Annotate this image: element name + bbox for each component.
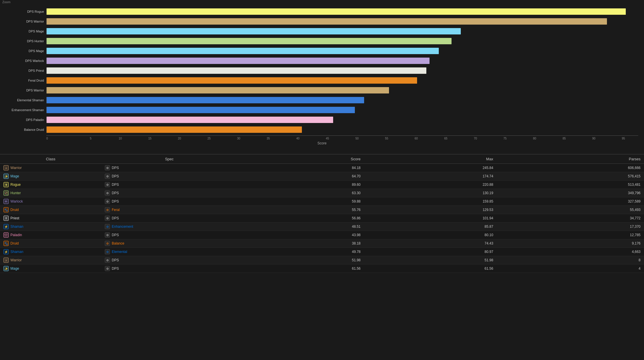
td-max: 80.10 [364, 231, 497, 239]
bar-row: DPS Paladin [6, 115, 638, 124]
td-parses: 327,589 [497, 197, 644, 206]
table-row[interactable]: ⚔Warrior⚙DPS84.18245.84606,666 [0, 164, 644, 172]
spec-name: DPS [112, 216, 119, 220]
table-row[interactable]: 🐾Druid⚙Feral55.76129.5355,493 [0, 206, 644, 214]
x-axis-tick: 70 [461, 137, 490, 140]
bar-track [46, 38, 638, 44]
class-name: Rogue [10, 183, 21, 187]
bar-row: DPS Priest [6, 66, 638, 75]
class-name: Shaman [10, 225, 23, 229]
spec-icon: ⚙ [105, 266, 110, 271]
td-max: 61.56 [364, 265, 497, 273]
x-axis-tick: 5 [76, 137, 105, 140]
table-row[interactable]: ⚔Warrior⚙DPS51.9851.988 [0, 256, 644, 265]
spec-name: DPS [112, 166, 119, 170]
td-class: 🏹Hunter [0, 189, 101, 197]
bar-track [46, 87, 638, 93]
td-score: 38.18 [237, 239, 364, 248]
td-max: 101.94 [364, 214, 497, 223]
td-max: 51.98 [364, 256, 497, 265]
x-axis-label: Score [6, 141, 638, 145]
table-row[interactable]: ✝Priest⚙DPS56.86101.9434,772 [0, 214, 644, 223]
bar-track [46, 97, 638, 103]
table-row[interactable]: ✨Mage⚙DPS61.5661.564 [0, 265, 644, 273]
table-row[interactable]: ✨Mage⚙DPS64.70174.74576,415 [0, 172, 644, 181]
spec-name: Feral [112, 208, 120, 212]
td-spec: ⚙Balance [101, 239, 237, 248]
bar-fill [47, 126, 302, 133]
class-icon: ⚔ [3, 165, 9, 170]
td-class: ✨Mage [0, 172, 101, 181]
td-spec: ⚙DPS [101, 231, 237, 239]
td-max: 80.97 [364, 248, 497, 256]
col-parses: Parses [497, 155, 644, 164]
table-row[interactable]: ⚡Shaman⚙Enhancement48.5185.8717,370 [0, 223, 644, 231]
td-max: 130.19 [364, 189, 497, 197]
table-header: Class Spec Score Max Parses [0, 155, 644, 164]
chart-area: DPS RogueDPS WarriorDPS MageDPS HunterDP… [6, 7, 638, 135]
bar-track [46, 77, 638, 84]
table-row[interactable]: 👁Warlock⚙DPS59.88159.85327,589 [0, 197, 644, 206]
td-class: ✝Priest [0, 214, 101, 223]
spec-icon: ⚙ [105, 174, 110, 179]
table-row[interactable]: 🛡Paladin⚙DPS43.9880.1012,785 [0, 231, 644, 239]
spec-icon: ⚙ [105, 182, 110, 187]
table-row[interactable]: ⚡Shaman⚙Elemental49.7880.974,663 [0, 248, 644, 256]
td-score: 55.76 [237, 206, 364, 214]
table-row[interactable]: 🏹Hunter⚙DPS63.30130.19349,796 [0, 189, 644, 197]
td-class: 👁Warlock [0, 197, 101, 206]
x-axis-tick: 0 [46, 137, 76, 140]
x-axis-tick: 65 [431, 137, 460, 140]
spec-icon: ⚙ [105, 199, 110, 204]
table-row[interactable]: 🐾Druid⚙Balance38.1874.439,176 [0, 239, 644, 248]
x-axis-tick: 60 [401, 137, 431, 140]
col-spec: Spec [101, 155, 237, 164]
table-row[interactable]: 🗡Rogue⚙DPS89.60220.88513,481 [0, 181, 644, 189]
class-name: Priest [10, 216, 19, 220]
td-max: 174.74 [364, 172, 497, 181]
bar-label: DPS Warlock [6, 59, 46, 63]
td-spec: ⚙DPS [101, 256, 237, 265]
bar-fill [47, 67, 426, 74]
class-icon: ✨ [3, 266, 9, 271]
td-parses: 606,666 [497, 164, 644, 172]
spec-name: DPS [112, 183, 119, 187]
x-axis-tick: 75 [490, 137, 520, 140]
spec-name: DPS [112, 258, 119, 262]
spec-name: Balance [112, 241, 124, 245]
td-class: 🗡Rogue [0, 181, 101, 189]
spec-icon: ⚙ [105, 232, 110, 238]
x-axis-tick: 35 [254, 137, 283, 140]
class-icon: 👁 [3, 199, 9, 204]
col-class: Class [0, 155, 101, 164]
x-axis-tick: 15 [135, 137, 165, 140]
bar-label: DPS Rogue [6, 10, 46, 13]
bar-label: DPS Warrior [6, 89, 46, 92]
bar-fill [47, 87, 389, 93]
chart-container: DPS RogueDPS WarriorDPS MageDPS HunterDP… [0, 4, 644, 154]
td-spec: ⚙DPS [101, 164, 237, 172]
td-parses: 4,663 [497, 248, 644, 256]
bar-fill [47, 48, 439, 54]
spec-icon: ⚙ [105, 190, 110, 196]
spec-name: Enhancement [112, 225, 133, 229]
bar-track [46, 28, 638, 34]
td-parses: 349,796 [497, 189, 644, 197]
spec-icon: ⚙ [105, 216, 110, 221]
spec-name: DPS [112, 191, 119, 195]
class-icon: 🏹 [3, 190, 9, 196]
td-parses: 12,785 [497, 231, 644, 239]
bar-label: Feral Druid [6, 79, 46, 82]
spec-icon: ⚙ [105, 224, 110, 229]
class-name: Mage [10, 174, 19, 178]
zoom-label: Zoom [0, 0, 644, 4]
x-axis-tick: 85 [549, 137, 579, 140]
td-score: 64.70 [237, 172, 364, 181]
bar-row: Enhancement Shaman [6, 105, 638, 115]
class-name: Hunter [10, 191, 21, 195]
bar-track [46, 117, 638, 123]
class-icon: 🛡 [3, 232, 9, 238]
col-score: Score [237, 155, 364, 164]
bar-fill [47, 117, 333, 123]
spec-icon: ⚙ [105, 241, 110, 246]
